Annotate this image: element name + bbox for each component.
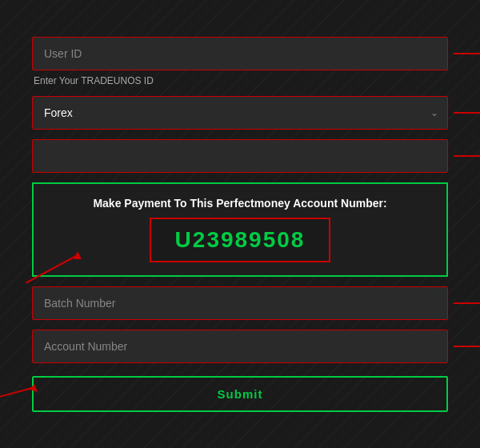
user-id-row bbox=[32, 37, 448, 70]
svg-marker-1 bbox=[74, 251, 82, 259]
account-number-row bbox=[32, 330, 448, 363]
batch-number-row bbox=[32, 286, 448, 320]
form-container: Enter Your TRADEUNOS ID Forex Stocks Cry… bbox=[32, 37, 448, 412]
svg-line-2 bbox=[0, 388, 32, 404]
account-number-value: U23989508 bbox=[175, 227, 306, 252]
amount-row: 200 bbox=[32, 139, 448, 173]
svg-line-0 bbox=[26, 255, 78, 283]
submit-button[interactable]: Submit bbox=[32, 376, 448, 412]
user-id-hint: Enter Your TRADEUNOS ID bbox=[32, 75, 448, 86]
account-number-arrow bbox=[454, 342, 480, 350]
batch-number-input[interactable] bbox=[32, 286, 448, 320]
payment-diagonal-arrow bbox=[26, 243, 90, 283]
batch-number-arrow bbox=[454, 299, 480, 307]
account-number-input[interactable] bbox=[32, 330, 448, 363]
account-number-box: U23989508 bbox=[150, 218, 331, 262]
forex-select-wrapper: Forex Stocks Crypto ⌄ bbox=[32, 96, 448, 130]
amount-arrow bbox=[454, 152, 480, 160]
amount-input[interactable]: 200 bbox=[32, 139, 448, 173]
payment-label: Make Payment To This Perfectmoney Accoun… bbox=[93, 197, 386, 210]
submit-wrapper: Submit bbox=[32, 373, 448, 412]
forex-row: Forex Stocks Crypto ⌄ bbox=[32, 96, 448, 130]
submit-diagonal-arrow bbox=[0, 376, 44, 408]
user-id-arrow bbox=[454, 50, 480, 58]
user-id-input[interactable] bbox=[32, 37, 448, 70]
payment-box: Make Payment To This Perfectmoney Accoun… bbox=[32, 182, 448, 277]
forex-arrow bbox=[454, 109, 480, 117]
forex-select[interactable]: Forex Stocks Crypto bbox=[32, 96, 448, 130]
